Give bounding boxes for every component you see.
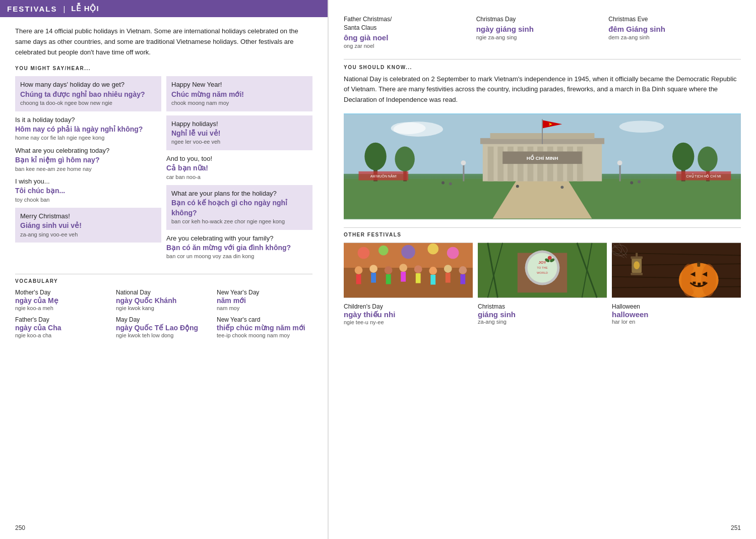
vocab-item-may-day: May Day ngày Quốc Tế Lao Động ngie kwok … (116, 316, 212, 338)
vocab-en-father-christmas: Father Christmas/Santa Claus (344, 15, 476, 32)
you-should-know-section: YOU SHOULD KNOW... National Day is celeb… (344, 59, 741, 105)
svg-rect-83 (612, 243, 741, 297)
svg-point-68 (447, 247, 459, 259)
phrases-col-right: Happy New Year! Chúc mừng năm mới! chook… (166, 76, 312, 264)
phrase-vi-3: Bạn kỉ niệm gì hôm nay? (15, 155, 161, 165)
phrase-pron-3: ban kee nee-am zee home nay (15, 165, 161, 173)
christmas-svg: JOY TO THE WORLD (478, 243, 607, 298)
left-page: FESTIVALS | LỄ HỘI There are 14 official… (0, 0, 328, 539)
phrase-pron-r1: chook moong nam moy (171, 99, 307, 107)
phrase-block-r5: Are you celebrating with your family? Bạ… (166, 234, 312, 261)
svg-text:CHỦ TỊCH HỒ CHÍ MI: CHỦ TỊCH HỒ CHÍ MI (686, 173, 721, 178)
svg-point-35 (638, 181, 641, 184)
vocab-en-mothers-day: Mother's Day (15, 289, 111, 296)
phrase-en-5: Merry Christmas! (20, 212, 156, 221)
phrase-en-r4: What are your plans for the holiday? (171, 189, 307, 198)
phrase-vi-r5: Bạn có ăn mừng với gia đình không? (166, 243, 312, 253)
phrase-pron-r4: ban cor keh ho-wack zee chor ngie ngee k… (171, 218, 307, 225)
svg-text:HỒ CHÍ MINH: HỒ CHÍ MINH (527, 154, 558, 161)
svg-point-48 (355, 266, 363, 274)
vocab-en-fathers-day: Father's Day (15, 316, 111, 323)
phrase-pron-r2: ngee ler voo-ee veh (171, 138, 307, 146)
fc-vi-childrens-day: ngày thiếu nhi (344, 310, 473, 319)
fc-pron-halloween: har lor en (612, 319, 741, 325)
svg-point-41 (617, 160, 622, 165)
phrase-vi-r2: Nghỉ lễ vui vẻ! (171, 129, 307, 139)
vocab-item-new-years-day: New Year's Day năm mới nam moy (217, 289, 312, 311)
phrase-vi-1: Chúng ta được nghỉ bao nhiêu ngày? (20, 90, 156, 100)
phrase-en-r3: And to you, too! (166, 154, 312, 163)
phrase-vi-r3: Cả bạn nữa! (166, 163, 312, 173)
phrase-en-r2: Happy holidays! (171, 119, 307, 129)
vocab-pron-new-years-card: tee-ip chook moong nam moy (217, 332, 312, 338)
svg-point-34 (630, 182, 633, 185)
vocab-vi-new-years-card: thiếp chúc mừng năm mới (217, 323, 312, 332)
vocab-item-national-day: National Day ngày Quốc Khánh ngie kwok k… (116, 289, 212, 311)
header-title-le-hoi: LỄ HỘI (71, 4, 99, 13)
phrase-block-2: Is it a holiday today? Hôm nay có phải l… (15, 115, 161, 142)
svg-rect-61 (446, 273, 451, 283)
svg-point-76 (548, 256, 552, 260)
svg-point-2 (391, 122, 426, 134)
vocab-col-father-christmas: Father Christmas/Santa Claus ông già noe… (344, 15, 476, 49)
svg-point-31 (698, 147, 717, 171)
vocab-vi-christmas-eve: đêm Giáng sinh (608, 24, 741, 34)
phrase-pron-1: choong ta doo-ok ngee bow new ngie (20, 99, 156, 107)
festival-captions: Children's Day ngày thiếu nhi ngie tee-u… (344, 303, 741, 325)
vocab-pron-christmas-day: ngie za-ang sing (476, 34, 609, 40)
childrens-day-svg (344, 243, 473, 298)
svg-point-33 (449, 183, 452, 186)
vocab-pron-mothers-day: ngie koo-a meh (15, 305, 111, 311)
svg-point-60 (444, 265, 452, 273)
other-festivals-label: OTHER FESTIVALS (344, 227, 741, 237)
vocab-vi-christmas-day: ngày giáng sinh (476, 24, 609, 34)
header-divider: | (63, 5, 65, 13)
phrase-block-1: How many days' holiday do we get? Chúng … (15, 76, 161, 111)
svg-rect-47 (344, 268, 473, 297)
vocab-pron-fathers-day: ngie koo-a cha (15, 332, 111, 338)
phrase-vi-2: Hôm nay có phải là ngày nghỉ không? (15, 125, 161, 135)
vocab-pron-father-christmas: ong zar noel (344, 43, 476, 49)
svg-point-39 (461, 160, 466, 165)
header-title-festivals: FESTIVALS (7, 5, 57, 13)
vocab-vi-father-christmas: ông già noel (344, 32, 476, 43)
you-should-know-text: National Day is celebrated on 2 Septembe… (344, 74, 741, 105)
vocab-en-new-years-day: New Year's Day (217, 289, 312, 296)
vocab-item-fathers-day: Father's Day ngày của Cha ngie koo-a cha (15, 316, 111, 338)
vocab-en-christmas-day: Christmas Day (476, 15, 609, 24)
svg-point-98 (680, 264, 718, 296)
svg-point-65 (379, 246, 389, 256)
svg-rect-7 (488, 147, 494, 182)
phrases-two-col: How many days' holiday do we get? Chúng … (15, 76, 312, 264)
vocab-vi-may-day: ngày Quốc Tế Lao Động (116, 323, 212, 332)
vocabulary-grid: Mother's Day ngày của Mẹ ngie koo-a meh … (15, 289, 312, 343)
svg-text:JOY: JOY (538, 260, 546, 265)
svg-point-27 (395, 147, 414, 171)
svg-point-37 (560, 186, 563, 189)
vocab-en-christmas-eve: Christmas Eve (608, 15, 741, 24)
you-should-know-label: YOU SHOULD KNOW... (344, 65, 741, 70)
phrase-block-4: I wish you... Tôi chúc bạn... toy chook … (15, 177, 161, 204)
svg-point-66 (401, 245, 415, 259)
caption-childrens-day: Children's Day ngày thiếu nhi ngie tee-u… (344, 303, 473, 325)
phrase-block-r3: And to you, too! Cả bạn nữa! car ban noo… (166, 154, 312, 181)
intro-text: There are 14 official public holidays in… (15, 26, 312, 57)
vocab-en-national-day: National Day (116, 289, 212, 296)
right-top-vocab: Father Christmas/Santa Claus ông già noe… (344, 15, 741, 49)
svg-point-29 (672, 143, 694, 170)
phrase-block-5: Merry Christmas! Giáng sinh vui vẻ! za-a… (15, 208, 161, 243)
vocab-pron-national-day: ngie kwok kang (116, 305, 212, 311)
phrase-pron-4: toy chook ban (15, 196, 161, 204)
phrases-col-left: How many days' holiday do we get? Chúng … (15, 76, 161, 264)
svg-point-67 (427, 244, 438, 255)
svg-rect-21 (542, 119, 543, 144)
phrase-pron-r3: car ban noo-a (166, 173, 312, 181)
svg-text:AM MUÔN NĂM!: AM MUÔN NĂM! (370, 174, 397, 178)
main-image-vietnam: HỒ CHÍ MINH (344, 113, 741, 219)
svg-rect-38 (463, 164, 464, 181)
caption-christmas: Christmas giáng sinh za-ang sing (478, 303, 607, 325)
svg-point-32 (442, 182, 445, 185)
svg-rect-40 (619, 164, 621, 181)
vocab-en-may-day: May Day (116, 316, 212, 323)
svg-rect-49 (356, 274, 361, 284)
